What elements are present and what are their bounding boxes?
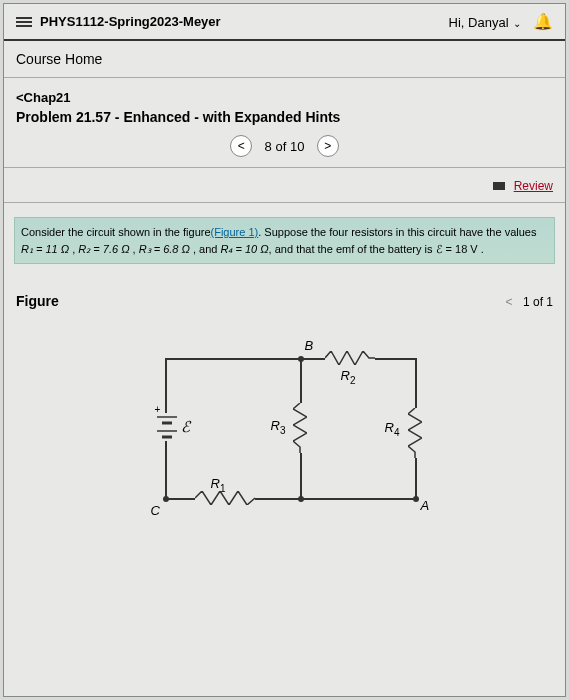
r3-label: R3 bbox=[271, 418, 286, 436]
resistor-r4 bbox=[408, 408, 422, 458]
node-a-label: A bbox=[421, 498, 430, 513]
node-c-label: C bbox=[151, 503, 160, 518]
problem-title: Problem 21.57 - Enhanced - with Expanded… bbox=[4, 109, 565, 131]
course-title: PHYS1112-Spring2023-Meyer bbox=[40, 14, 221, 29]
menu-icon[interactable] bbox=[16, 15, 32, 29]
review-icon bbox=[493, 182, 505, 190]
user-greeting[interactable]: Hi, Danyal ⌄ bbox=[449, 13, 521, 31]
review-link[interactable]: Review bbox=[514, 179, 553, 193]
bell-icon[interactable]: 🔔 bbox=[533, 12, 553, 31]
next-button[interactable]: > bbox=[317, 135, 339, 157]
breadcrumb[interactable]: <Chap21 bbox=[4, 78, 565, 109]
figure-prev-icon[interactable]: < bbox=[506, 295, 513, 309]
resistor-r2 bbox=[325, 351, 375, 365]
course-home-link[interactable]: Course Home bbox=[4, 41, 565, 78]
figure-link[interactable]: (Figure 1) bbox=[211, 226, 259, 238]
r2-label: R2 bbox=[341, 368, 356, 386]
node-b-label: B bbox=[305, 338, 314, 353]
figure-pager: < 1 of 1 bbox=[506, 292, 554, 310]
emf-label: ℰ bbox=[181, 418, 190, 436]
problem-counter: 8 of 10 bbox=[265, 139, 305, 154]
problem-statement: Consider the circuit shown in the figure… bbox=[14, 217, 555, 264]
prev-button[interactable]: < bbox=[230, 135, 252, 157]
r1-label: R1 bbox=[211, 476, 226, 494]
chevron-down-icon: ⌄ bbox=[513, 18, 521, 29]
figure-label: Figure bbox=[16, 293, 59, 309]
circuit-figure: + B A C ℰ R1 R2 R3 R4 bbox=[4, 318, 565, 568]
resistor-r3 bbox=[293, 403, 307, 453]
r4-label: R4 bbox=[385, 420, 400, 438]
